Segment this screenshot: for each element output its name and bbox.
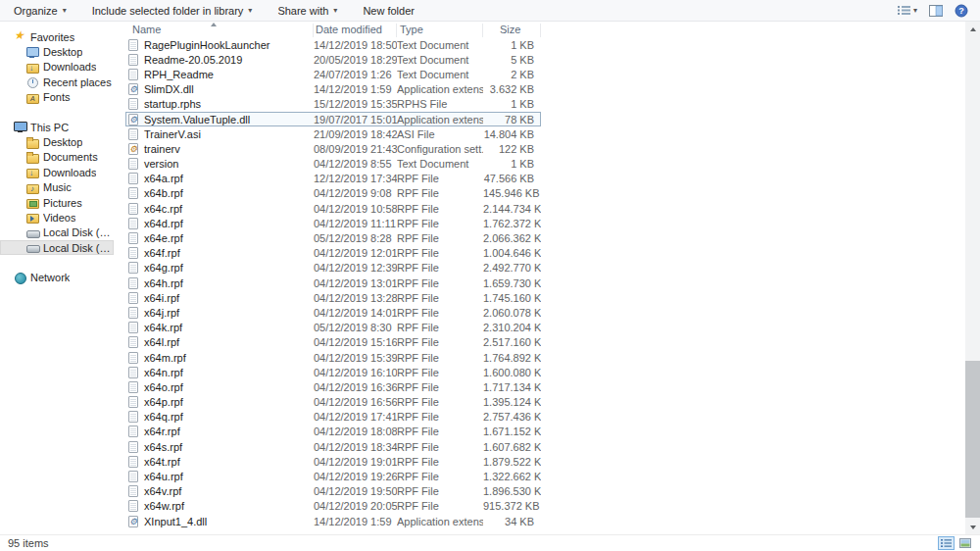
- file-row-x64o-rpf[interactable]: x64o.rpf 04/12/2019 16:36 RPF File 1.717…: [125, 379, 541, 394]
- folder-icon: [26, 151, 39, 164]
- page-icon: [128, 232, 138, 244]
- sidebar-item-label: Local Disk (C:): [43, 226, 113, 238]
- folder-video-icon: [26, 211, 39, 224]
- thumbnails-view-button[interactable]: [956, 536, 973, 550]
- column-header-size[interactable]: Size: [483, 24, 541, 37]
- column-header-name[interactable]: Name: [125, 24, 314, 37]
- sidebar-item-recent-places[interactable]: Recent places: [0, 75, 114, 89]
- file-row-x64n-rpf[interactable]: x64n.rpf 04/12/2019 16:10 RPF File 1.600…: [125, 365, 541, 379]
- page-icon: [128, 247, 138, 259]
- folder-pic-icon: [26, 196, 39, 209]
- file-type: RPF File: [397, 500, 483, 512]
- file-row-x64w-rpf[interactable]: x64w.rpf 04/12/2019 20:05 RPF File 915.3…: [125, 499, 541, 514]
- toolbar-button-organize[interactable]: Organize ▾: [14, 0, 67, 22]
- file-date-modified: 04/12/2019 9:08: [314, 187, 397, 199]
- vertical-scrollbar[interactable]: [965, 22, 980, 534]
- file-size: 5 KB: [483, 54, 541, 66]
- toolbar-button-share-with[interactable]: Share with ▾: [277, 0, 337, 22]
- change-view-button[interactable]: ▾: [898, 1, 917, 21]
- sidebar-item-network[interactable]: Network: [0, 270, 114, 284]
- details-view-icon: [941, 538, 952, 548]
- file-type: RPF File: [397, 336, 483, 348]
- sidebar-item-downloads[interactable]: Downloads: [0, 165, 114, 179]
- file-date-modified: 04/12/2019 16:10: [314, 367, 397, 378]
- file-row-x64k-rpf[interactable]: x64k.rpf 05/12/2019 8:30 RPF File 2.310.…: [125, 321, 541, 335]
- scrollbar-thumb[interactable]: [965, 361, 980, 518]
- page-icon: [128, 218, 138, 229]
- sidebar-item-favorites[interactable]: Favorites: [0, 29, 114, 44]
- file-row-x64c-rpf[interactable]: x64c.rpf 04/12/2019 10:58 RPF File 2.144…: [125, 201, 541, 216]
- file-name: x64t.rpf: [144, 456, 180, 468]
- sidebar-item-pictures[interactable]: Pictures: [0, 195, 114, 210]
- file-row-trainerv[interactable]: trainerv 08/09/2019 21:43 Configuration …: [125, 141, 541, 156]
- list-view-icon: [898, 5, 910, 16]
- file-row-x64h-rpf[interactable]: x64h.rpf 04/12/2019 13:01 RPF File 1.659…: [125, 276, 541, 290]
- file-row-x64a-rpf[interactable]: x64a.rpf 12/12/2019 17:34 RPF File 47.56…: [125, 172, 541, 186]
- command-bar-right: ▾ ?: [898, 1, 980, 21]
- file-row-ragepluginhooklauncher[interactable]: RagePluginHookLauncher 14/12/2019 18:50 …: [125, 37, 541, 52]
- sidebar-item-fonts[interactable]: Fonts: [0, 90, 114, 105]
- file-row-x64v-rpf[interactable]: x64v.rpf 04/12/2019 19:50 RPF File 1.896…: [125, 484, 541, 499]
- preview-pane-button[interactable]: [929, 1, 943, 21]
- page-icon: [128, 322, 138, 333]
- column-header-type[interactable]: Type: [397, 24, 483, 37]
- file-row-x64r-rpf[interactable]: x64r.rpf 04/12/2019 18:08 RPF File 1.671…: [125, 425, 541, 439]
- file-row-x64p-rpf[interactable]: x64p.rpf 04/12/2019 16:56 RPF File 1.395…: [125, 395, 541, 410]
- toolbar-button-new-folder[interactable]: New folder: [363, 0, 415, 22]
- file-row-readme-20-05-2019[interactable]: Readme-20.05.2019 20/05/2019 18:29 Text …: [125, 52, 541, 67]
- file-row-x64s-rpf[interactable]: x64s.rpf 04/12/2019 18:34 RPF File 1.607…: [125, 439, 541, 454]
- file-row-startup-rphs[interactable]: startup.rphs 15/12/2019 15:35 RPHS File …: [125, 97, 541, 112]
- page-icon: [128, 426, 138, 437]
- sidebar-item-label: Favorites: [30, 31, 74, 43]
- sidebar-item-videos[interactable]: Videos: [0, 210, 114, 225]
- file-row-trainerv-asi[interactable]: TrainerV.asi 21/09/2019 18:42 ASI File 1…: [125, 126, 541, 141]
- file-row-x64f-rpf[interactable]: x64f.rpf 04/12/2019 12:01 RPF File 1.004…: [125, 246, 541, 261]
- toolbar-button-include-selected-folder-in-library[interactable]: Include selected folder in library ▾: [92, 0, 253, 22]
- file-type: RPF File: [397, 307, 483, 319]
- file-type: Text Document: [397, 69, 483, 80]
- file-name: x64n.rpf: [144, 367, 183, 378]
- file-row-version[interactable]: version 04/12/2019 8:55 Text Document 1 …: [125, 157, 541, 172]
- column-header-date-modified[interactable]: Date modified: [314, 24, 397, 37]
- file-row-xinput1-4-dll[interactable]: XInput1_4.dll 14/12/2019 1:59 Applicatio…: [125, 514, 541, 528]
- file-row-x64t-rpf[interactable]: x64t.rpf 04/12/2019 19:01 RPF File 1.879…: [125, 454, 541, 469]
- sidebar-item-label: This PC: [30, 122, 69, 133]
- scroll-up-icon[interactable]: [965, 22, 980, 36]
- file-name: RPH_Readme: [144, 69, 214, 80]
- file-row-x64b-rpf[interactable]: x64b.rpf 04/12/2019 9:08 RPF File 145.94…: [125, 186, 541, 201]
- file-row-x64i-rpf[interactable]: x64i.rpf 04/12/2019 13:28 RPF File 1.745…: [125, 290, 541, 305]
- file-row-x64e-rpf[interactable]: x64e.rpf 05/12/2019 8:28 RPF File 2.066.…: [125, 230, 541, 245]
- sidebar-item-desktop[interactable]: Desktop: [0, 134, 114, 149]
- file-row-x64q-rpf[interactable]: x64q.rpf 04/12/2019 17:41 RPF File 2.757…: [125, 410, 541, 425]
- sidebar-item-downloads[interactable]: Downloads: [0, 60, 114, 75]
- file-date-modified: 24/07/2019 1:26: [314, 69, 397, 80]
- help-button[interactable]: ?: [955, 1, 968, 21]
- scroll-down-icon[interactable]: [965, 520, 980, 534]
- details-view-button[interactable]: [938, 536, 955, 550]
- file-name: x64k.rpf: [144, 322, 182, 333]
- file-row-x64l-rpf[interactable]: x64l.rpf 04/12/2019 15:16 RPF File 2.517…: [125, 335, 541, 350]
- file-row-slimdx-dll[interactable]: SlimDX.dll 14/12/2019 1:59 Application e…: [125, 82, 541, 97]
- sidebar-item-this-pc[interactable]: This PC: [0, 120, 114, 134]
- file-row-x64m-rpf[interactable]: x64m.rpf 04/12/2019 15:39 RPF File 1.764…: [125, 350, 541, 365]
- file-date-modified: 05/12/2019 8:30: [314, 322, 397, 333]
- disk-icon: [26, 226, 39, 239]
- file-row-x64g-rpf[interactable]: x64g.rpf 04/12/2019 12:39 RPF File 2.492…: [125, 261, 541, 276]
- file-row-x64j-rpf[interactable]: x64j.rpf 04/12/2019 14:01 RPF File 2.060…: [125, 305, 541, 320]
- file-row-system-valuetuple-dll[interactable]: System.ValueTuple.dll 19/07/2017 15:01 A…: [125, 112, 541, 126]
- sidebar-item-music[interactable]: Music: [0, 180, 114, 195]
- sidebar-item-local-disk-d[interactable]: Local Disk (D:): [0, 240, 114, 255]
- page-icon: [128, 471, 138, 482]
- file-type: RPF File: [397, 187, 483, 199]
- file-row-x64u-rpf[interactable]: x64u.rpf 04/12/2019 19:26 RPF File 1.322…: [125, 469, 541, 483]
- folder-icon: [26, 136, 39, 149]
- file-row-x64d-rpf[interactable]: x64d.rpf 04/12/2019 11:11 RPF File 1.762…: [125, 216, 541, 230]
- file-row-rph-readme[interactable]: RPH_Readme 24/07/2019 1:26 Text Document…: [125, 67, 541, 81]
- sidebar-item-documents[interactable]: Documents: [0, 150, 114, 165]
- sidebar-item-desktop[interactable]: Desktop: [0, 44, 114, 59]
- file-date-modified: 04/12/2019 15:16: [314, 336, 397, 348]
- sidebar-item-label: Pictures: [43, 197, 82, 209]
- thumbnails-view-icon: [959, 538, 971, 548]
- preview-pane-icon: [929, 5, 943, 17]
- sidebar-item-local-disk-c[interactable]: Local Disk (C:): [0, 225, 114, 240]
